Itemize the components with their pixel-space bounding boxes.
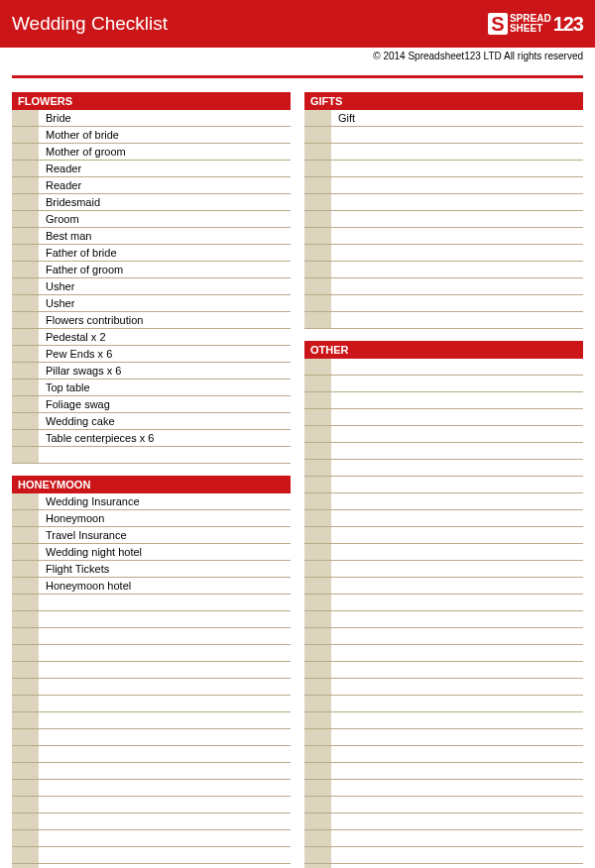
checkbox-cell[interactable] <box>304 262 332 277</box>
checkbox-cell[interactable] <box>12 847 40 863</box>
checkbox-cell[interactable] <box>304 194 332 210</box>
checkbox-cell[interactable] <box>304 392 332 408</box>
checkbox-cell[interactable] <box>304 493 332 509</box>
checkbox-cell[interactable] <box>12 763 40 779</box>
list-item <box>304 392 583 409</box>
checkbox-cell[interactable] <box>12 510 40 526</box>
checkbox-cell[interactable] <box>12 363 40 379</box>
checkbox-cell[interactable] <box>12 346 40 362</box>
checkbox-cell[interactable] <box>304 177 332 193</box>
checkbox-cell[interactable] <box>12 645 40 661</box>
checkbox-cell[interactable] <box>12 797 40 813</box>
checkbox-cell[interactable] <box>304 144 332 160</box>
checkbox-cell[interactable] <box>304 595 332 610</box>
item-label: Bride <box>40 110 71 126</box>
checkbox-cell[interactable] <box>12 177 40 193</box>
checkbox-cell[interactable] <box>12 194 40 210</box>
checkbox-cell[interactable] <box>304 376 332 391</box>
checkbox-cell[interactable] <box>12 380 40 395</box>
checkbox-cell[interactable] <box>304 847 332 863</box>
checkbox-cell[interactable] <box>12 413 40 429</box>
checkbox-cell[interactable] <box>12 780 40 796</box>
checkbox-cell[interactable] <box>304 645 332 661</box>
checkbox-cell[interactable] <box>304 662 332 678</box>
checkbox-cell[interactable] <box>12 830 40 846</box>
checkbox-cell[interactable] <box>304 797 332 813</box>
checkbox-cell[interactable] <box>12 295 40 311</box>
checkbox-cell[interactable] <box>12 144 40 160</box>
checkbox-cell[interactable] <box>12 110 40 126</box>
checkbox-cell[interactable] <box>12 245 40 261</box>
checkbox-cell[interactable] <box>12 430 40 446</box>
checkbox-cell[interactable] <box>12 662 40 678</box>
checkbox-cell[interactable] <box>12 696 40 711</box>
checkbox-cell[interactable] <box>304 696 332 711</box>
checkbox-cell[interactable] <box>304 409 332 425</box>
checkbox-cell[interactable] <box>304 127 332 143</box>
checkbox-cell[interactable] <box>12 679 40 695</box>
checkbox-cell[interactable] <box>12 447 40 463</box>
checkbox-cell[interactable] <box>304 561 332 577</box>
list-item <box>304 127 583 144</box>
checkbox-cell[interactable] <box>304 359 332 375</box>
checkbox-cell[interactable] <box>12 611 40 627</box>
checkbox-cell[interactable] <box>304 763 332 779</box>
checkbox-cell[interactable] <box>304 864 332 868</box>
checkbox-cell[interactable] <box>12 527 40 543</box>
item-label <box>332 127 338 143</box>
checkbox-cell[interactable] <box>304 628 332 644</box>
checkbox-cell[interactable] <box>304 780 332 796</box>
checkbox-cell[interactable] <box>304 814 332 829</box>
checkbox-cell[interactable] <box>304 830 332 846</box>
item-label <box>332 211 338 227</box>
checkbox-cell[interactable] <box>12 628 40 644</box>
checkbox-cell[interactable] <box>304 312 332 328</box>
checkbox-cell[interactable] <box>304 211 332 227</box>
checkbox-cell[interactable] <box>12 127 40 143</box>
checkbox-cell[interactable] <box>304 443 332 459</box>
checkbox-cell[interactable] <box>12 493 40 509</box>
checkbox-cell[interactable] <box>304 746 332 762</box>
checkbox-cell[interactable] <box>304 460 332 476</box>
checkbox-cell[interactable] <box>12 578 40 594</box>
checkbox-cell[interactable] <box>304 527 332 543</box>
item-label <box>40 595 46 610</box>
checkbox-cell[interactable] <box>12 595 40 610</box>
checkbox-cell[interactable] <box>304 712 332 728</box>
checkbox-cell[interactable] <box>304 426 332 442</box>
checkbox-cell[interactable] <box>12 544 40 560</box>
checkbox-cell[interactable] <box>304 578 332 594</box>
item-label <box>332 763 338 779</box>
section: FLOWERSBrideMother of brideMother of gro… <box>12 92 291 464</box>
checkbox-cell[interactable] <box>304 228 332 244</box>
checkbox-cell[interactable] <box>12 228 40 244</box>
checkbox-cell[interactable] <box>12 161 40 176</box>
checkbox-cell[interactable] <box>304 477 332 492</box>
checkbox-cell[interactable] <box>304 295 332 311</box>
checkbox-cell[interactable] <box>12 712 40 728</box>
checkbox-cell[interactable] <box>12 729 40 745</box>
checkbox-cell[interactable] <box>12 329 40 345</box>
checkbox-cell[interactable] <box>12 262 40 277</box>
checkbox-cell[interactable] <box>304 510 332 526</box>
copyright-top: © 2014 Spreadsheet123 LTD All rights res… <box>0 48 595 61</box>
list-item <box>304 729 583 746</box>
checkbox-cell[interactable] <box>12 746 40 762</box>
checkbox-cell[interactable] <box>12 312 40 328</box>
checkbox-cell[interactable] <box>304 110 332 126</box>
checkbox-cell[interactable] <box>304 611 332 627</box>
checkbox-cell[interactable] <box>304 544 332 560</box>
section-header: HONEYMOON <box>12 476 291 493</box>
checkbox-cell[interactable] <box>304 679 332 695</box>
checkbox-cell[interactable] <box>12 396 40 412</box>
checkbox-cell[interactable] <box>12 814 40 829</box>
checkbox-cell[interactable] <box>304 161 332 176</box>
checkbox-cell[interactable] <box>304 278 332 294</box>
checkbox-cell[interactable] <box>12 561 40 577</box>
list-item <box>304 527 583 544</box>
checkbox-cell[interactable] <box>12 211 40 227</box>
checkbox-cell[interactable] <box>12 278 40 294</box>
checkbox-cell[interactable] <box>304 245 332 261</box>
checkbox-cell[interactable] <box>12 864 40 868</box>
checkbox-cell[interactable] <box>304 729 332 745</box>
